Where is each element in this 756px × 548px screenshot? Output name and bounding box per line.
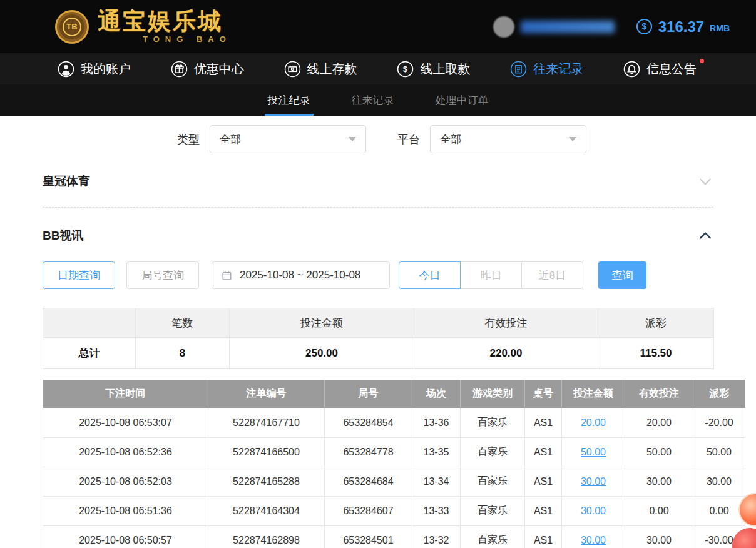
summary-table: 笔数 投注金额 有效投注 派彩 总计 8 250.00 220.00 115.5… [43, 308, 714, 369]
platform-select-value: 全部 [440, 132, 461, 146]
table-row: 2025-10-08 06:52:36 522874166500 6532847… [43, 437, 745, 467]
nav-label: 线上存款 [307, 61, 357, 78]
type-select[interactable]: 全部 [210, 125, 366, 153]
cell-round-no: 653284854 [325, 408, 412, 437]
type-select-value: 全部 [220, 132, 241, 146]
summary-bet-amount: 250.00 [230, 338, 414, 369]
svg-text:$: $ [641, 21, 646, 31]
user-icon [58, 61, 74, 78]
cell-session: 13-34 [412, 467, 461, 496]
query-bar: 日期查询 局号查询 2025-10-08 ~ 2025-10-08 今日 昨日 … [43, 261, 713, 289]
tab-transaction-records[interactable]: 往来记录 [349, 84, 397, 116]
tab-pending-orders[interactable]: 处理中订单 [432, 84, 492, 116]
search-button[interactable]: 查询 [598, 261, 646, 289]
col-header-table-no: 桌号 [525, 380, 562, 408]
table-row: 2025-10-08 06:52:03 522874165288 6532846… [43, 467, 745, 496]
col-header-valid-bet: 有效投注 [625, 380, 693, 408]
cell-session: 13-35 [412, 437, 461, 467]
brand-name: 通宝娱乐城 [98, 9, 232, 33]
tab-bet-records[interactable]: 投注纪录 [265, 84, 314, 116]
cell-round-no: 653284607 [325, 496, 412, 525]
cell-game-type: 百家乐 [461, 496, 525, 525]
sub-tab-bar: 投注纪录 往来记录 处理中订单 [0, 84, 756, 116]
username-masked [521, 21, 615, 33]
col-header-game-type: 游戏类别 [461, 380, 525, 408]
col-header-bet-amount: 投注金额 [562, 380, 625, 408]
today-button[interactable]: 今日 [399, 261, 461, 289]
nav-item-my-account[interactable]: 我的账户 [58, 61, 131, 78]
cell-round-no: 653284501 [325, 525, 412, 548]
bet-amount-link[interactable]: 30.00 [581, 476, 606, 487]
cell-valid-bet: 20.00 [625, 408, 693, 437]
bet-amount-link[interactable]: 50.00 [581, 447, 606, 457]
col-header-order-no: 注单编号 [208, 380, 325, 408]
bet-amount-link[interactable]: 20.00 [581, 417, 606, 428]
cell-time: 2025-10-08 06:50:57 [43, 525, 208, 548]
table-row: 2025-10-08 06:50:57 522874162898 6532845… [43, 525, 745, 548]
notification-badge [700, 59, 704, 63]
nav-item-records[interactable]: 往来记录 [510, 61, 583, 78]
records-icon [510, 61, 527, 78]
chevron-up-icon[interactable] [697, 228, 713, 244]
nav-label: 我的账户 [81, 61, 131, 78]
cell-order-no: 522874164304 [208, 496, 325, 525]
cell-order-no: 522874165288 [208, 467, 325, 496]
col-header-payout: 派彩 [693, 380, 745, 408]
cell-game-type: 百家乐 [461, 525, 525, 548]
summary-row-label: 总计 [43, 338, 136, 369]
cell-table-no: AS1 [525, 496, 562, 525]
cell-order-no: 522874166500 [208, 437, 325, 467]
nav-item-announcements[interactable]: 信息公告 [623, 61, 697, 78]
col-header-session: 场次 [412, 380, 461, 408]
summary-header-empty [43, 308, 136, 338]
table-row: 2025-10-08 06:53:07 522874167710 6532848… [43, 408, 745, 437]
cell-time: 2025-10-08 06:52:03 [43, 467, 208, 496]
nav-item-promotions[interactable]: 优惠中心 [171, 61, 244, 78]
chevron-down-icon [569, 137, 576, 141]
summary-header: 派彩 [598, 308, 714, 338]
platform-select[interactable]: 全部 [430, 125, 586, 153]
nav-item-withdraw[interactable]: $ 线上取款 [397, 61, 470, 78]
bet-amount-link[interactable]: 30.00 [581, 505, 606, 516]
cell-payout: 50.00 [693, 437, 745, 467]
yesterday-button[interactable]: 昨日 [460, 261, 522, 289]
nav-item-deposit[interactable]: 线上存款 [284, 61, 357, 78]
chevron-down-icon[interactable] [697, 173, 713, 190]
cell-session: 13-36 [412, 408, 461, 437]
cell-valid-bet: 30.00 [625, 525, 693, 548]
balance-display[interactable]: $ 316.37 RMB [636, 18, 730, 36]
cell-order-no: 522874162898 [208, 525, 325, 548]
cell-round-no: 653284778 [325, 437, 412, 467]
cell-payout: 30.00 [693, 467, 745, 496]
summary-header: 有效投注 [414, 308, 598, 338]
summary-total-row: 总计 8 250.00 220.00 115.50 [43, 338, 714, 369]
date-query-button[interactable]: 日期查询 [43, 261, 115, 289]
table-header-row: 下注时间 注单编号 局号 场次 游戏类别 桌号 投注金额 有效投注 派彩 [43, 380, 745, 408]
bet-records-table: 下注时间 注单编号 局号 场次 游戏类别 桌号 投注金额 有效投注 派彩 202… [43, 380, 745, 548]
divider [43, 207, 713, 208]
date-range-input[interactable]: 2025-10-08 ~ 2025-10-08 [212, 261, 390, 289]
bell-icon [623, 61, 640, 78]
date-range-value: 2025-10-08 ~ 2025-10-08 [240, 269, 360, 282]
filter-row: 类型 全部 平台 全部 [43, 125, 713, 153]
cell-game-type: 百家乐 [461, 437, 525, 467]
cell-session: 13-32 [412, 525, 461, 548]
cell-round-no: 653284684 [325, 467, 412, 496]
cell-table-no: AS1 [525, 525, 562, 548]
col-header-time: 下注时间 [43, 380, 208, 408]
cell-payout: -20.00 [693, 408, 745, 437]
summary-header: 投注金额 [230, 308, 414, 338]
cell-table-no: AS1 [525, 467, 562, 496]
user-account[interactable] [493, 16, 615, 38]
section-title: BB视讯 [43, 228, 83, 244]
section-bb-video[interactable]: BB视讯 [43, 228, 713, 244]
bet-amount-link[interactable]: 30.00 [581, 535, 606, 545]
last-8-days-button[interactable]: 近8日 [521, 261, 583, 289]
section-crown-sports[interactable]: 皇冠体育 [43, 173, 713, 190]
round-query-button[interactable]: 局号查询 [126, 261, 199, 289]
cell-time: 2025-10-08 06:52:36 [43, 437, 208, 467]
cell-time: 2025-10-08 06:53:07 [43, 408, 208, 437]
type-filter-label: 类型 [177, 132, 200, 147]
cell-valid-bet: 30.00 [625, 467, 693, 496]
table-row: 2025-10-08 06:51:36 522874164304 6532846… [43, 496, 745, 525]
